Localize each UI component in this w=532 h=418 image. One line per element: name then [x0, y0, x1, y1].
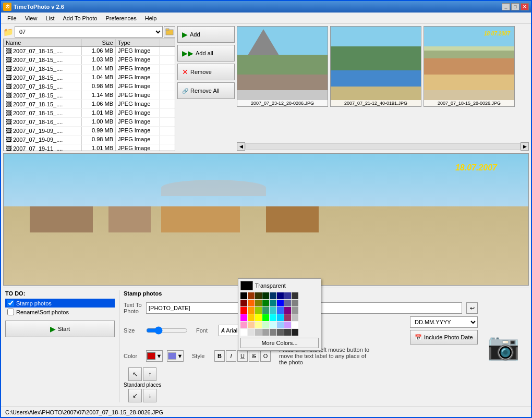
color-cell[interactable] — [262, 292, 269, 299]
color-cell[interactable] — [292, 292, 298, 299]
file-row[interactable]: 🖼2007_07_19-11_.... 1.01 MB JPEG Image — [4, 144, 175, 151]
start-button[interactable]: ▶ Start — [5, 321, 115, 337]
color-cell[interactable] — [284, 322, 291, 328]
add-button[interactable]: ▶ Add — [177, 26, 235, 43]
color-cell[interactable] — [248, 292, 255, 299]
color-cell[interactable] — [240, 292, 247, 299]
thumb-next-button[interactable]: ▶ — [521, 142, 529, 151]
color-cell[interactable] — [255, 322, 262, 328]
browse-folder-button[interactable] — [164, 26, 175, 38]
color-cell[interactable] — [248, 322, 255, 328]
menu-view[interactable]: View — [21, 14, 42, 22]
include-date-button[interactable]: 📅 Include Photo Date — [410, 330, 478, 345]
shadow-color-button[interactable]: ▼ — [167, 350, 184, 362]
outline-button[interactable]: O — [260, 350, 271, 362]
color-cell[interactable] — [284, 292, 291, 299]
text-return-button[interactable]: ↩ — [466, 302, 478, 314]
file-row[interactable]: 🖼2007_07_18-15_.... 0.98 MB JPEG Image — [4, 82, 175, 91]
color-cell[interactable] — [262, 314, 269, 321]
color-cell[interactable] — [270, 292, 276, 299]
menu-help[interactable]: Help — [141, 14, 161, 22]
color-cell[interactable] — [284, 307, 291, 314]
color-cell[interactable] — [240, 329, 247, 336]
color-cell[interactable] — [277, 322, 284, 328]
file-row[interactable]: 🖼2007_07_18-15_.... 1.03 MB JPEG Image — [4, 56, 175, 65]
file-row[interactable]: 🖼2007_07_18-15_.... 1.06 MB JPEG Image — [4, 47, 175, 56]
file-row[interactable]: 🖼2007_07_18-15_.... 1.06 MB JPEG Image — [4, 100, 175, 109]
file-row[interactable]: 🖼2007_07_18-15_.... 1.14 MB JPEG Image — [4, 91, 175, 100]
color-cell[interactable] — [240, 300, 247, 306]
color-cell[interactable] — [262, 300, 269, 306]
todo-checkbox-rename[interactable] — [7, 309, 14, 315]
file-list[interactable]: Name Size Type 🖼2007_07_18-15_.... 1.06 … — [3, 39, 175, 151]
thumb-prev-button[interactable]: ◀ — [237, 142, 245, 151]
color-cell[interactable] — [262, 307, 269, 314]
remove-all-button[interactable]: 🔗 Remove All — [177, 82, 235, 99]
arrow-down-left[interactable]: ↙ — [128, 389, 142, 402]
color-cell[interactable] — [270, 300, 276, 306]
color-cell[interactable] — [277, 300, 284, 306]
color-cell[interactable] — [270, 314, 276, 321]
maximize-button[interactable]: □ — [511, 3, 519, 10]
size-slider[interactable] — [146, 326, 188, 335]
color-cell[interactable] — [240, 314, 247, 321]
minimize-button[interactable]: _ — [502, 3, 510, 10]
todo-item-stamp[interactable]: Stamp photos — [5, 299, 115, 308]
menu-preferences[interactable]: Preferences — [101, 14, 140, 22]
color-cell[interactable] — [255, 329, 262, 336]
color-cell[interactable] — [270, 307, 276, 314]
color-cell[interactable] — [292, 322, 298, 328]
file-row[interactable]: 🖼2007_07_18-15_.... 1.04 MB JPEG Image — [4, 73, 175, 82]
color-cell[interactable] — [277, 307, 284, 314]
color-cell[interactable] — [240, 307, 247, 314]
thumbnail-3[interactable]: 18 07.2007 2007_07_18-15_28-0026.JPG — [424, 26, 515, 107]
color-cell[interactable] — [284, 314, 291, 321]
menu-file[interactable]: File — [3, 14, 21, 22]
file-row[interactable]: 🖼2007_07_18-16_.... 1.00 MB JPEG Image — [4, 118, 175, 127]
todo-item-rename[interactable]: Rename\Sort photos — [5, 308, 115, 316]
color-cell[interactable] — [248, 300, 255, 306]
color-cell[interactable] — [292, 314, 298, 321]
arrow-down[interactable]: ↓ — [143, 389, 156, 402]
color-cell[interactable] — [248, 314, 255, 321]
arrow-up-left[interactable]: ↖ — [128, 367, 142, 381]
file-row[interactable]: 🖼2007_07_18-15_.... 1.01 MB JPEG Image — [4, 109, 175, 118]
color-cell[interactable] — [270, 322, 276, 328]
more-colors-button[interactable]: More Colors... — [240, 338, 319, 348]
menu-list[interactable]: List — [41, 14, 58, 22]
arrow-up[interactable]: ↑ — [143, 367, 156, 381]
color-cell[interactable] — [292, 300, 298, 306]
color-cell[interactable] — [270, 329, 276, 336]
file-row[interactable]: 🖼2007_07_19-09_.... 0.99 MB JPEG Image — [4, 127, 175, 136]
menu-add-to-photo[interactable]: Add To Photo — [59, 14, 102, 22]
italic-button[interactable]: I — [226, 350, 236, 362]
color-cell[interactable] — [284, 300, 291, 306]
color-cell[interactable] — [248, 329, 255, 336]
color-cell[interactable] — [292, 307, 298, 314]
color-cell[interactable] — [240, 322, 247, 328]
date-format-select[interactable]: DD.MM.YYYY — [410, 316, 478, 328]
bold-button[interactable]: B — [214, 350, 225, 362]
color-cell[interactable] — [262, 329, 269, 336]
color-cell[interactable] — [277, 292, 284, 299]
color-cell[interactable] — [255, 292, 262, 299]
add-all-button[interactable]: ▶▶ Add all — [177, 45, 235, 62]
color-cell[interactable] — [255, 307, 262, 314]
remove-button[interactable]: ✕ Remove — [177, 64, 235, 80]
color-cell[interactable] — [255, 300, 262, 306]
folder-select[interactable]: 07 — [15, 26, 163, 38]
color-cell[interactable] — [284, 329, 291, 336]
color-picker-button[interactable]: ▼ — [146, 350, 163, 362]
color-cell[interactable] — [277, 329, 284, 336]
color-cell[interactable] — [262, 322, 269, 328]
color-cell[interactable] — [292, 329, 298, 336]
todo-checkbox-stamp[interactable] — [7, 300, 14, 306]
file-row[interactable]: 🖼2007_07_18-15_.... 1.04 MB JPEG Image — [4, 65, 175, 73]
underline-button[interactable]: U — [237, 350, 248, 362]
close-button[interactable]: ✕ — [521, 3, 529, 10]
file-row[interactable]: 🖼2007_07_19-09_.... 0.98 MB JPEG Image — [4, 136, 175, 144]
thumbnail-1[interactable]: 2007_07_23-12_28-0286.JPG — [237, 26, 328, 107]
color-cell[interactable] — [255, 314, 262, 321]
strikethrough-button[interactable]: S — [249, 350, 259, 362]
thumbnail-2[interactable]: 2007_07_21-12_40-0191.JPG — [330, 26, 421, 107]
